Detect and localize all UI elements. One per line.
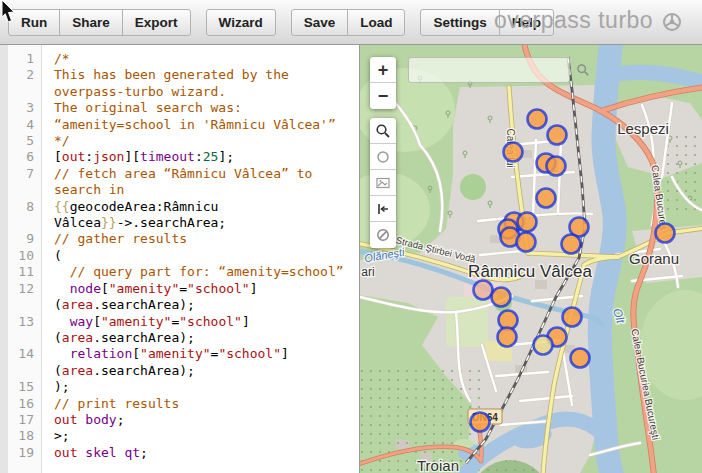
code-line: 4“amenity=school in 'Râmnicu Vâlcea'” — [8, 117, 360, 133]
code-text: // fetch area “Râmnicu Vâlcea” to — [42, 166, 312, 182]
code-line: 18>; — [8, 428, 360, 444]
school-marker[interactable] — [517, 233, 536, 252]
cancel-tool-button[interactable] — [370, 222, 396, 248]
school-marker[interactable] — [656, 224, 675, 243]
map-search-box[interactable] — [408, 57, 570, 83]
school-marker[interactable] — [537, 189, 556, 208]
school-marker[interactable] — [504, 143, 523, 162]
school-marker[interactable] — [471, 413, 490, 432]
code-line: 3The original search was: — [8, 100, 360, 116]
code-text: [out:json][timeout:25]; — [42, 149, 234, 165]
school-marker[interactable] — [534, 336, 553, 355]
app-logo: overpass turbo — [494, 7, 682, 34]
share-button[interactable]: Share — [59, 9, 123, 36]
line-number: 15 — [8, 379, 42, 395]
code-line: 16// print results — [8, 396, 360, 412]
wizard-button[interactable]: Wizard — [206, 9, 276, 36]
line-number: 14 — [8, 346, 42, 362]
magnifier-tool-button[interactable] — [370, 118, 396, 144]
line-number: 18 — [8, 428, 42, 444]
collapse-panel-tool-button[interactable] — [370, 196, 396, 222]
code-text: /* — [42, 51, 70, 67]
line-number — [8, 330, 42, 346]
magnifier-icon — [375, 123, 391, 139]
line-number: 2 — [8, 67, 42, 83]
school-marker[interactable] — [498, 328, 517, 347]
code-text: (area.searchArea); — [42, 363, 195, 379]
map-tiles: DN64 LespeziGoranuRâmnicu VâlceaOlăneşti… — [360, 45, 702, 473]
map-tool-control — [370, 118, 396, 248]
map-label: Lespezi — [617, 120, 669, 137]
line-number: 12 — [8, 281, 42, 297]
overpass-turbo-app: { "app": { "logo_text": "overpass turbo"… — [0, 0, 702, 473]
code-line: 12 node["amenity"="school"] — [8, 281, 360, 297]
school-marker[interactable] — [571, 349, 590, 368]
search-icon — [576, 63, 590, 77]
query-editor[interactable]: 1/*2This has been generated by theoverpa… — [0, 45, 360, 473]
school-marker[interactable] — [528, 110, 547, 129]
locate-tool-button[interactable] — [370, 144, 396, 170]
code-line: 14 relation["amenity"="school"] — [8, 346, 360, 362]
line-number: 13 — [8, 314, 42, 330]
code-text: ); — [42, 379, 70, 395]
line-number: 1 — [8, 51, 42, 67]
code-text: “amenity=school in 'Râmnicu Vâlcea'” — [42, 117, 336, 133]
mouse-cursor — [1, 0, 19, 26]
line-number: 5 — [8, 133, 42, 149]
zoom-in-button[interactable]: + — [370, 57, 396, 83]
code-line: (area.searchArea); — [8, 330, 360, 346]
code-line: 6[out:json][timeout:25]; — [8, 149, 360, 165]
zoom-out-button[interactable]: − — [370, 83, 396, 109]
map-search-input[interactable] — [409, 63, 576, 77]
line-number: 19 — [8, 445, 42, 461]
school-marker[interactable] — [518, 213, 537, 232]
code-line: 15); — [8, 379, 360, 395]
export-button[interactable]: Export — [122, 9, 191, 36]
load-button[interactable]: Load — [347, 9, 405, 36]
line-number — [8, 297, 42, 313]
code-text: node["amenity"="school"] — [42, 281, 258, 297]
code-text: out skel qt; — [42, 445, 148, 461]
map-canvas[interactable]: DN64 LespeziGoranuRâmnicu VâlceaOlăneşti… — [360, 45, 702, 473]
code-line: 2This has been generated by the — [8, 67, 360, 83]
code-text: // query part for: “amenity=school” — [42, 264, 344, 280]
school-marker[interactable] — [547, 157, 566, 176]
code-text: overpass-turbo wizard. — [42, 84, 226, 100]
code-text: search in — [42, 182, 124, 198]
code-text: ( — [42, 248, 62, 264]
line-number — [8, 84, 42, 100]
code-text: relation["amenity"="school"] — [42, 346, 289, 362]
line-number: 10 — [8, 248, 42, 264]
school-marker[interactable] — [562, 235, 581, 254]
save-button[interactable]: Save — [291, 9, 349, 36]
code-text: (area.searchArea); — [42, 297, 195, 313]
line-number: 6 — [8, 149, 42, 165]
school-marker[interactable] — [548, 126, 567, 145]
school-marker[interactable] — [474, 281, 493, 300]
code-text: out body; — [42, 412, 124, 428]
wizard-button-group: Wizard — [206, 9, 276, 36]
no-entry-icon — [375, 227, 391, 243]
code-text: {{geocodeArea:Râmnicu — [42, 199, 218, 215]
code-text: way["amenity"="school"] — [42, 314, 250, 330]
code-line: (area.searchArea); — [8, 297, 360, 313]
zoom-control: + − — [370, 57, 396, 109]
settings-button[interactable]: Settings — [420, 9, 499, 36]
code-line: 7// fetch area “Râmnicu Vâlcea” to — [8, 166, 360, 182]
school-marker[interactable] — [492, 288, 511, 307]
code-line: 13 way["amenity"="school"] — [8, 314, 360, 330]
code-text: // gather results — [42, 231, 187, 247]
line-number: 16 — [8, 396, 42, 412]
line-number: 8 — [8, 199, 42, 215]
line-number — [8, 182, 42, 198]
top-toolbar: Run Share Export Wizard Save Load Settin… — [0, 0, 702, 45]
code-line: 5*/ — [8, 133, 360, 149]
query-button-group: Run Share Export — [8, 9, 191, 36]
code-line: overpass-turbo wizard. — [8, 84, 360, 100]
export-image-tool-button[interactable] — [370, 170, 396, 196]
code-area[interactable]: 1/*2This has been generated by theoverpa… — [8, 51, 360, 461]
app-logo-text: overpass turbo — [494, 7, 653, 34]
save-load-group: Save Load — [291, 9, 406, 36]
school-marker[interactable] — [563, 308, 582, 327]
line-number — [8, 215, 42, 231]
